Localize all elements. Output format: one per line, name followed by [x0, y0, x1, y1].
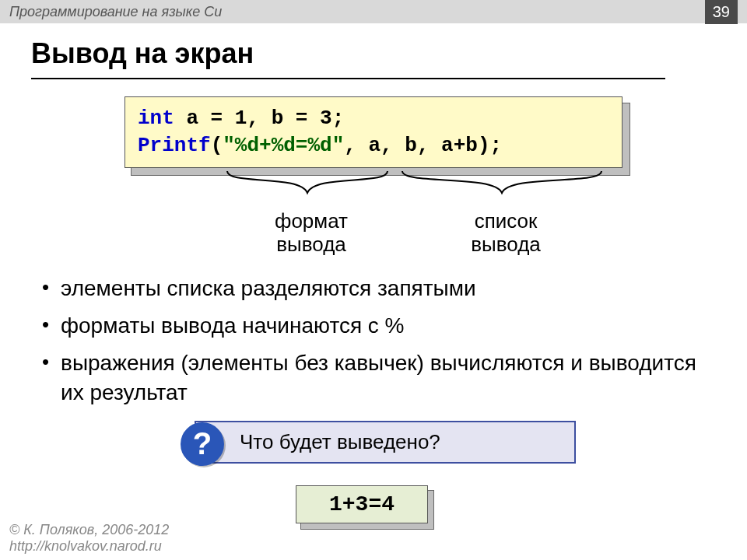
args: , a, b, a+b);: [344, 134, 502, 157]
label-format-l1: формат: [275, 209, 348, 233]
bullet-item: элементы списка разделяются запятыми: [39, 274, 716, 303]
paren-open: (: [211, 134, 223, 157]
question-body: ? Что будет выведено?: [195, 421, 576, 464]
page-number: 39: [705, 0, 738, 24]
brace-list-icon: [401, 170, 603, 201]
keyword-int: int: [138, 107, 174, 130]
content: Вывод на экран int a = 1, b = 3; Printf(…: [0, 23, 747, 523]
question-text: Что будет выведено?: [240, 430, 440, 453]
format-string: "%d+%d=%d": [223, 134, 344, 157]
keyword-printf: Printf: [138, 134, 211, 157]
footer-author: © К. Поляков, 2006-2012: [9, 522, 169, 539]
code-block: int a = 1, b = 3; Printf("%d+%d=%d", a, …: [124, 96, 622, 168]
topbar: Программирование на языке Си 39: [0, 0, 747, 23]
code-box: int a = 1, b = 3; Printf("%d+%d=%d", a, …: [124, 96, 622, 168]
label-format-l2: вывода: [276, 233, 346, 256]
slide: Программирование на языке Си 39 Вывод на…: [0, 0, 747, 560]
brace-labels: формат вывода список вывода: [124, 210, 716, 268]
answer-box: 1+3=4: [296, 485, 428, 523]
title-underline: [31, 78, 665, 79]
bullet-item: форматы вывода начинаются с %: [39, 311, 716, 341]
footer: © К. Поляков, 2006-2012 http://knolvakov…: [9, 522, 169, 555]
code-line-2: Printf("%d+%d=%d", a, b, a+b);: [138, 132, 609, 159]
footer-url: http://knolvakov.narod.ru: [9, 538, 169, 555]
label-list-l2: вывода: [471, 233, 541, 256]
topbar-title: Программирование на языке Си: [9, 4, 222, 20]
label-list: список вывода: [459, 210, 552, 257]
braces-row: [124, 173, 716, 210]
page-title: Вывод на экран: [31, 37, 716, 70]
question-mark-icon: ?: [181, 422, 224, 466]
brace-format-icon: [226, 170, 389, 201]
decl-rest: a = 1, b = 3;: [174, 107, 344, 130]
label-format: формат вывода: [265, 210, 358, 257]
answer-text: 1+3=4: [296, 485, 428, 523]
label-list-l1: список: [475, 209, 538, 233]
bullet-list: элементы списка разделяются запятыми фор…: [31, 274, 716, 407]
code-line-1: int a = 1, b = 3;: [138, 105, 609, 132]
bullet-item: выражения (элементы без кавычек) вычисля…: [39, 348, 716, 408]
question-box: ? Что будет выведено?: [195, 421, 576, 464]
